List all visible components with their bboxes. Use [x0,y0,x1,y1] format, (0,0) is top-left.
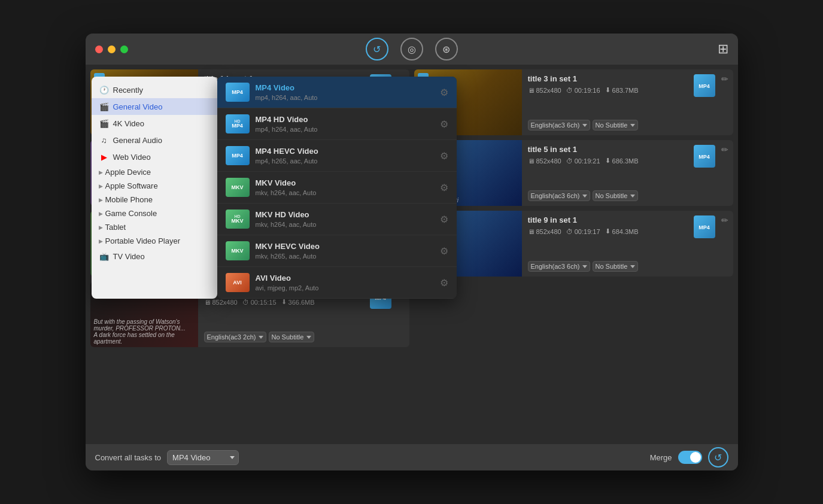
convert-label: Convert all tasks to [95,453,162,462]
video-selects-v3: English(ac3 6ch) No Subtitle Subtitle [528,120,727,130]
sidebar-icon-tv-video: 📺 [99,251,110,262]
format-gear-mkv-hd-video[interactable]: ⚙ [440,214,448,225]
export-icon[interactable]: ⊞ [718,41,728,57]
format-select[interactable]: MP4 VideoMKV VideoAVI VideoMOV VideoMP3 … [167,450,239,465]
main-content: ✓ title 1 in set 1 🖥 852x480 ⏱ 02:41:03 … [86,65,738,444]
format-desc-mkv-video: mkv, h264, aac, Auto [256,189,434,196]
format-icon-mp4-hevc-video: MP4 [226,146,250,165]
subtitle-select-v11[interactable]: No Subtitle Subtitle [269,332,314,342]
format-name-mp4-hd-video: MP4 HD Video [256,115,434,124]
duration-v3: ⏱ 00:19:16 [566,87,600,94]
sidebar-label-4k-video: 4K Video [113,119,145,128]
format-name-mp4-hevc-video: MP4 HEVC Video [256,147,434,156]
app-window: ↺ ◎ ⊛ ⊞ ✓ title 1 in set 1 🖥 852x480 ⏱ 0… [86,34,738,470]
sidebar-group-apple-software[interactable]: ▶Apple Software [92,179,217,193]
sidebar-label-general-video: General Video [113,102,163,111]
sidebar-panel: 🕐Recently🎬General Video🎬4K Video♫General… [92,77,217,299]
audio-select-v11[interactable]: English(ac3 2ch) [204,332,266,342]
resolution-v11: 🖥 852x480 [204,299,238,306]
sidebar-icon-general-audio: ♫ [99,135,110,145]
video-selects-v5: English(ac3 6ch) No Subtitle Subtitle [528,190,727,201]
subtitle-select-v5[interactable]: No Subtitle Subtitle [593,190,638,201]
thumb-overlay: But with the passing of Watson'smurder, … [94,318,186,345]
format-badge-v5: MP4 [694,145,715,168]
format-gear-mkv-video[interactable]: ⚙ [440,182,448,193]
format-icon-mp4-hd-video: HD MP4 [226,114,250,133]
format-item-mp4-hd-video[interactable]: HD MP4 MP4 HD Video mp4, h264, aac, Auto… [217,108,457,140]
format-gear-mkv-hevc-video[interactable]: ⚙ [440,245,448,257]
sidebar-item-tv-video[interactable]: 📺TV Video [92,248,217,265]
sidebar-group-portable-video-player[interactable]: ▶Portable Video Player [92,234,217,248]
traffic-lights [95,45,128,53]
format-info-mp4-video: MP4 Video mp4, h264, aac, Auto [256,83,434,101]
sidebar-item-general-audio[interactable]: ♫General Audio [92,132,217,148]
sidebar-item-general-video[interactable]: 🎬General Video [92,98,217,115]
sidebar-group-mobile-phone[interactable]: ▶Mobile Phone [92,193,217,207]
arrow-icon: ▶ [99,211,103,217]
format-name-avi-video: AVI Video [256,274,434,283]
size-v11: ⬇ 366.6MB [281,298,315,306]
format-item-avi-video[interactable]: AVI AVI Video avi, mjpeg, mp2, Auto ⚙ [217,267,457,299]
edit-icon-v9[interactable]: ✏ [721,215,728,225]
sidebar-group-label-apple-device: Apple Device [105,168,151,177]
format-item-mkv-hd-video[interactable]: HD MKV MKV HD Video mkv, h264, aac, Auto… [217,204,457,235]
video-item-v5: ✓ starringJohnny Galecki title 5 in set … [414,140,733,206]
sidebar-group-tablet[interactable]: ▶Tablet [92,220,217,234]
format-desc-avi-video: avi, mjpeg, mp2, Auto [256,284,434,292]
arrow-icon: ▶ [99,169,103,175]
title-bar: ↺ ◎ ⊛ ⊞ [86,34,738,65]
audio-select-v5[interactable]: English(ac3 6ch) [528,190,590,201]
start-convert-button[interactable]: ↺ [708,447,728,467]
toolbox-tab-icon[interactable]: ⊛ [435,38,458,60]
format-icon-text-mkv-video: MKV [232,185,244,190]
sidebar-item-4k-video[interactable]: 🎬4K Video [92,115,217,132]
audio-select-v3[interactable]: English(ac3 6ch) [528,120,590,130]
format-select-wrap: MP4 VideoMKV VideoAVI VideoMOV VideoMP3 … [167,450,239,465]
format-badge-label: MP4 [699,224,710,230]
resolution-v5: 🖥 852x480 [528,157,561,165]
convert-tab-icon[interactable]: ↺ [366,38,388,60]
format-gear-avi-video[interactable]: ⚙ [440,277,448,289]
duration-v11: ⏱ 00:15:15 [242,299,277,306]
format-badge-v9: MP4 [694,215,715,238]
format-name-mkv-hd-video: MKV HD Video [256,210,434,219]
sidebar-label-web-video: Web Video [113,153,151,162]
format-gear-mp4-hd-video[interactable]: ⚙ [440,119,448,130]
maximize-button[interactable] [120,45,128,53]
size-v3: ⬇ 683.7MB [605,86,639,94]
minimize-button[interactable] [108,45,116,53]
merge-toggle[interactable] [678,451,702,464]
edit-icon-v3[interactable]: ✏ [721,74,728,84]
edit-icon-v5[interactable]: ✏ [721,145,728,154]
format-item-mp4-video[interactable]: MP4 MP4 Video mp4, h264, aac, Auto ⚙ [217,77,457,108]
sidebar-group-apple-device[interactable]: ▶Apple Device [92,165,217,179]
format-gear-mp4-video[interactable]: ⚙ [440,87,448,98]
sidebar-group-game-console[interactable]: ▶Game Console [92,207,217,220]
close-button[interactable] [95,45,103,53]
bottom-bar: Convert all tasks to MP4 VideoMKV VideoA… [86,444,738,470]
sidebar-item-web-video[interactable]: ▶Web Video [92,148,217,165]
sidebar-item-recently[interactable]: 🕐Recently [92,81,217,98]
format-icon-text-mkv-hevc-video: MKV [232,248,244,254]
format-gear-mp4-hevc-video[interactable]: ⚙ [440,150,448,162]
format-badge-v3: MP4 [694,74,715,97]
format-info-mp4-hd-video: MP4 HD Video mp4, h264, aac, Auto [256,115,434,133]
format-item-mkv-hevc-video[interactable]: MKV MKV HEVC Video mkv, h265, aac, Auto … [217,235,457,267]
arrow-icon: ▶ [99,197,103,203]
subtitle-select-v9[interactable]: No Subtitle Subtitle [593,261,638,272]
format-icon-text-mkv-hd-video: MKV [232,218,244,224]
sidebar-label-general-audio: General Audio [113,136,162,145]
audio-select-v9[interactable]: English(ac3 6ch) [528,261,590,272]
duration-v5: ⏱ 00:19:21 [566,157,600,165]
format-badge-label: MP4 [699,154,710,160]
merge-label: Merge [650,453,672,462]
media-tab-icon[interactable]: ◎ [400,38,423,60]
format-item-mkv-video[interactable]: MKV MKV Video mkv, h264, aac, Auto ⚙ [217,172,457,204]
video-item-v9: ✓ title 9 in set 1 🖥 852x480 ⏱ 00:19:17 … [414,211,733,277]
format-info-mkv-hd-video: MKV HD Video mkv, h264, aac, Auto [256,210,434,228]
format-item-mp4-hevc-video[interactable]: MP4 MP4 HEVC Video mp4, h265, aac, Auto … [217,140,457,172]
format-icon-avi-video: AVI [226,273,250,292]
subtitle-select-v3[interactable]: No Subtitle Subtitle [593,120,638,130]
arrow-icon: ▶ [99,183,103,189]
duration-v9: ⏱ 00:19:17 [566,228,600,235]
